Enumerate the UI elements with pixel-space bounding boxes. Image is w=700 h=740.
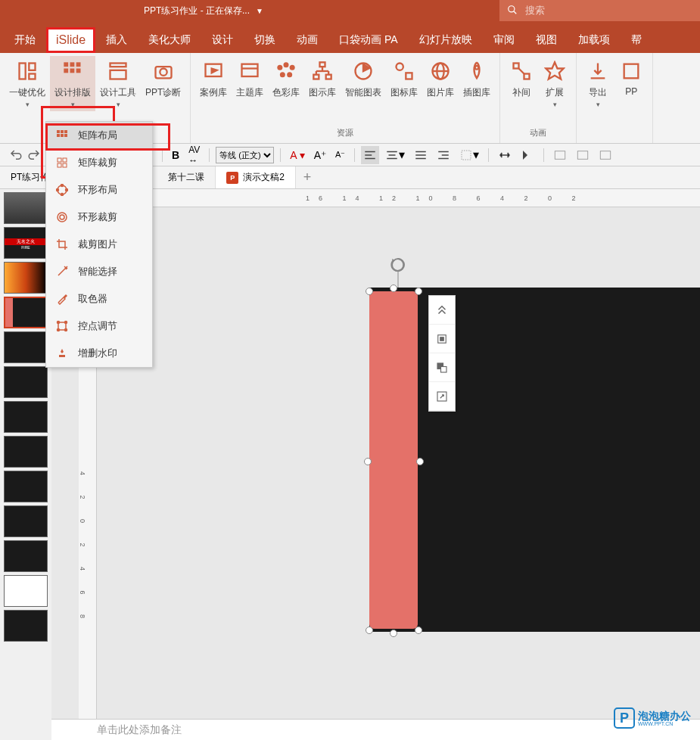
align-center-button[interactable]: ▾: [382, 146, 408, 163]
svg-rect-48: [64, 134, 67, 137]
resize-handle-nw[interactable]: [366, 288, 373, 295]
resize-handle-e[interactable]: [416, 458, 424, 465]
undo-icon[interactable]: [6, 147, 26, 163]
add-tab-button[interactable]: +: [296, 166, 319, 188]
tab-animation[interactable]: 动画: [286, 27, 328, 53]
thumbnail-9[interactable]: [4, 471, 48, 502]
tab-review[interactable]: 审阅: [483, 27, 525, 53]
svg-rect-25: [314, 75, 319, 79]
thumbnail-4[interactable]: [4, 297, 48, 328]
svg-rect-6: [70, 62, 75, 67]
ctx-size-button[interactable]: [429, 382, 455, 411]
font-increase-button[interactable]: A⁺: [311, 148, 329, 163]
btn-ppt-partial[interactable]: PP: [614, 56, 648, 111]
btn-extend[interactable]: 扩展▾: [538, 56, 571, 111]
thumbnail-5[interactable]: [4, 331, 48, 363]
btn-ppt-diag[interactable]: PPT诊断: [141, 56, 185, 111]
flip-button[interactable]: [518, 147, 537, 163]
tab-pocket[interactable]: 口袋动画 PA: [328, 27, 409, 53]
btn-smart-chart[interactable]: 智能图表: [341, 56, 386, 102]
menu-watermark[interactable]: 增删水印: [46, 340, 152, 367]
menu-control-point[interactable]: 控点调节: [46, 312, 152, 340]
doc-tab-3[interactable]: P演示文稿2: [216, 166, 296, 188]
selected-shape[interactable]: [369, 291, 418, 629]
notes-area[interactable]: 单击此处添加备注: [51, 719, 700, 740]
font-color-button[interactable]: A ▾: [287, 148, 307, 163]
btn-oneclick[interactable]: 一键优化 ▾: [5, 56, 50, 111]
menu-matrix-crop[interactable]: 矩阵裁剪: [46, 149, 152, 176]
redo-icon[interactable]: [24, 147, 44, 163]
tab-slideshow[interactable]: 幻灯片放映: [409, 27, 483, 53]
tab-transition[interactable]: 切换: [244, 27, 286, 53]
svg-rect-38: [514, 64, 519, 69]
thumbnail-7[interactable]: [4, 401, 48, 433]
btn-export[interactable]: 导出▾: [581, 56, 614, 111]
bold-button[interactable]: B: [169, 148, 182, 163]
svg-point-55: [66, 189, 68, 191]
btn-tween[interactable]: 补间: [505, 56, 538, 111]
menu-matrix-layout[interactable]: 矩阵布局: [46, 122, 152, 149]
search-box[interactable]: 搜索: [499, 0, 700, 21]
thumbnail-1[interactable]: [4, 192, 48, 224]
resize-handle-se[interactable]: [415, 627, 422, 634]
btn-color-lib[interactable]: 色彩库: [268, 56, 304, 102]
rotate-handle[interactable]: [390, 257, 406, 272]
spacing-button[interactable]: AV↔: [185, 143, 203, 167]
resize-handle-s[interactable]: [390, 630, 397, 637]
tab-start[interactable]: 开始: [4, 27, 46, 53]
thumbnail-3[interactable]: [4, 262, 48, 294]
distribute-h-button[interactable]: [495, 147, 515, 163]
btn-design-tools[interactable]: 设计工具 ▾: [95, 56, 141, 111]
svg-rect-89: [441, 366, 447, 372]
thumbnail-10[interactable]: [4, 505, 48, 537]
tab-design[interactable]: 设计: [201, 27, 244, 53]
menu-ring-crop[interactable]: 环形裁剪: [46, 204, 152, 231]
ctx-collapse-button[interactable]: [429, 296, 455, 325]
align-right-button[interactable]: [434, 147, 453, 163]
btn-design-layout[interactable]: 设计排版 ▾: [50, 56, 95, 111]
svg-line-1: [514, 11, 517, 14]
slide-layout-1[interactable]: [550, 147, 570, 163]
menu-smart-select[interactable]: 智能选择: [46, 258, 152, 285]
tab-insert[interactable]: 插入: [95, 27, 138, 53]
btn-case-lib[interactable]: 案例库: [195, 56, 232, 102]
thumbnail-11[interactable]: [4, 540, 48, 572]
tab-help[interactable]: 帮: [621, 27, 652, 53]
align-justify-button[interactable]: [411, 147, 431, 163]
tab-beauty[interactable]: 美化大师: [138, 27, 201, 53]
font-decrease-button[interactable]: A⁻: [332, 148, 348, 161]
tab-view[interactable]: 视图: [525, 27, 568, 53]
thumbnail-8[interactable]: [4, 436, 48, 468]
crop-icon: [55, 238, 69, 251]
ctx-layer-button[interactable]: [429, 353, 455, 382]
btn-icon-lib[interactable]: 图示库: [304, 56, 341, 102]
resize-handle-ne[interactable]: [415, 288, 422, 295]
slide-layout-2[interactable]: [573, 147, 593, 163]
thumbnail-6[interactable]: [4, 366, 48, 398]
thumbnail-12[interactable]: [4, 575, 48, 607]
menu-color-picker[interactable]: 取色器: [46, 285, 152, 312]
menu-crop-pic[interactable]: 裁剪图片: [46, 231, 152, 258]
context-toolbar: [428, 295, 456, 412]
control-icon: [55, 319, 69, 333]
tab-islide[interactable]: iSlide: [46, 27, 95, 53]
title-dropdown-icon[interactable]: ▼: [256, 7, 263, 15]
menu-ring-layout[interactable]: 环形布局: [46, 176, 152, 204]
btn-clip-lib[interactable]: 插图库: [459, 56, 495, 102]
ctx-align-button[interactable]: [429, 325, 455, 353]
btn-theme-lib[interactable]: 主题库: [232, 56, 268, 102]
tab-addin[interactable]: 加载项: [568, 27, 621, 53]
svg-rect-17: [242, 64, 258, 76]
distribute-button[interactable]: ▾: [456, 146, 482, 163]
hierarchy-icon: [310, 59, 334, 83]
resize-handle-w[interactable]: [364, 458, 372, 465]
align-left-button[interactable]: [361, 146, 379, 164]
btn-pic-lib[interactable]: 图片库: [422, 56, 459, 102]
slide-layout-3[interactable]: [596, 147, 615, 163]
thumbnail-13[interactable]: [4, 610, 48, 642]
resize-handle-sw[interactable]: [366, 627, 373, 634]
font-select[interactable]: 等线 (正文): [216, 147, 274, 163]
thumbnail-2[interactable]: 无名之火FIRE: [4, 227, 48, 259]
btn-mark-lib[interactable]: 图标库: [386, 56, 422, 102]
ribbon-tabs: 开始 iSlide 插入 美化大师 设计 切换 动画 口袋动画 PA 幻灯片放映…: [0, 21, 700, 53]
